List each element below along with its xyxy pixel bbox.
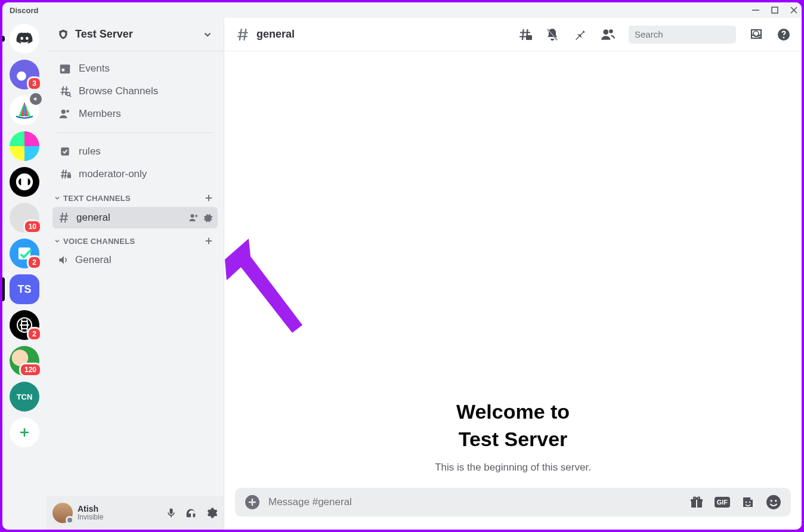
svg-line-16 [62,86,63,95]
svg-line-41 [240,29,242,41]
hashlock-icon [58,168,72,181]
mic-icon[interactable] [165,506,177,519]
members-icon [58,107,72,120]
main: general Welcome [224,18,802,530]
nav-browse-channels[interactable]: Browse Channels [52,80,218,103]
channel-sidebar: Test Server EventsBrowse ChannelsMembers… [47,18,224,530]
titlebar: Discord [2,2,802,18]
channel-general[interactable]: General [52,250,218,270]
svg-rect-1 [772,7,778,13]
server-item-s7[interactable]: TS [10,274,39,304]
server-item-s6[interactable]: 2 [10,239,39,268]
server-header[interactable]: Test Server [47,18,224,51]
help-icon[interactable] [777,27,791,42]
attach-icon[interactable] [245,494,260,510]
memberlist-icon[interactable] [600,27,616,42]
hash-icon [57,211,70,224]
svg-rect-27 [67,175,71,178]
inbox-icon[interactable] [749,27,763,42]
app-name: Discord [10,6,38,15]
svg-line-42 [244,29,246,41]
nav-events[interactable]: Events [52,57,218,80]
channel-rules[interactable]: rules [52,140,218,163]
server-item-s9[interactable]: 120 [10,346,39,376]
gear-icon[interactable] [205,506,218,519]
invite-icon[interactable] [188,212,199,223]
svg-point-61 [770,500,772,502]
category-text-channels[interactable]: TEXT CHANNELS [52,185,218,207]
svg-point-21 [66,110,69,113]
close-button[interactable] [790,6,798,14]
status-indicator [66,516,74,524]
category-name: VOICE CHANNELS [63,237,135,246]
server-item-s3[interactable] [10,131,39,161]
gear-icon[interactable] [202,212,213,223]
browse-icon [58,85,72,98]
chevron-down-icon [202,29,213,40]
avatar[interactable] [52,503,73,523]
calendar-icon [58,62,72,75]
server-item-s10[interactable]: TCN [10,382,39,412]
server-item-s4[interactable] [10,167,39,197]
nav-members[interactable]: Members [52,103,218,125]
notifications-icon[interactable] [545,27,559,42]
svg-line-19 [70,95,71,97]
server-item-s2[interactable] [10,95,39,125]
threads-icon[interactable] [518,27,532,42]
server-item-add[interactable] [10,417,39,447]
svg-point-34 [191,214,194,218]
svg-rect-57 [696,499,697,508]
message-composer[interactable]: GIF [235,488,791,516]
svg-point-20 [61,110,66,114]
svg-point-59 [749,502,751,503]
sticker-icon[interactable] [741,495,755,509]
username: Atish [78,504,160,514]
svg-line-32 [61,213,63,223]
svg-point-18 [67,92,70,96]
svg-line-33 [65,213,67,223]
nav-label: Members [79,108,121,120]
svg-point-47 [609,29,613,33]
svg-point-58 [746,502,747,503]
server-item-home[interactable] [10,24,39,54]
headphones-icon[interactable] [184,506,197,519]
gif-button[interactable]: GIF [715,497,730,508]
channel-label: general [76,212,110,224]
svg-point-51 [783,36,785,38]
add-channel-icon[interactable] [203,236,214,246]
hash-icon [235,27,251,42]
channel-general[interactable]: general [52,207,218,228]
channel-moderator-only[interactable]: moderator-only [52,163,218,185]
pin-icon[interactable] [573,27,587,42]
maximize-button[interactable] [771,6,779,14]
welcome-line2: Test Server [459,428,568,450]
user-panel: Atish Invisible [47,496,224,530]
svg-point-60 [766,495,781,509]
messages-area: Welcome toTest Server This is the beginn… [224,51,802,488]
server-item-s1[interactable]: 3 [10,60,39,89]
search-box[interactable] [629,26,736,44]
welcome-sub: This is the beginning of this server. [435,462,591,474]
nav-label: Browse Channels [79,85,158,97]
emoji-icon[interactable] [766,494,781,510]
add-channel-icon[interactable] [203,193,214,203]
search-input[interactable] [635,29,748,39]
nav-label: Events [79,63,110,75]
svg-rect-12 [60,65,70,68]
message-input[interactable] [268,496,681,508]
svg-rect-43 [526,35,532,40]
user-status: Invisible [78,514,160,522]
server-item-s5[interactable]: 10 [10,203,39,233]
server-rail: 3102TS2120TCN [2,18,47,530]
channel-label: rules [79,146,101,157]
welcome-block: Welcome toTest Server This is the beginn… [435,398,591,474]
svg-point-62 [775,500,777,502]
minimize-button[interactable] [752,6,760,14]
rules-icon [58,145,72,158]
category-voice-channels[interactable]: VOICE CHANNELS [52,228,218,250]
svg-line-26 [65,170,66,179]
channel-label: moderator-only [79,168,147,180]
gift-icon[interactable] [689,495,704,509]
server-item-s8[interactable]: 2 [10,310,39,340]
channel-header: general [224,18,802,51]
